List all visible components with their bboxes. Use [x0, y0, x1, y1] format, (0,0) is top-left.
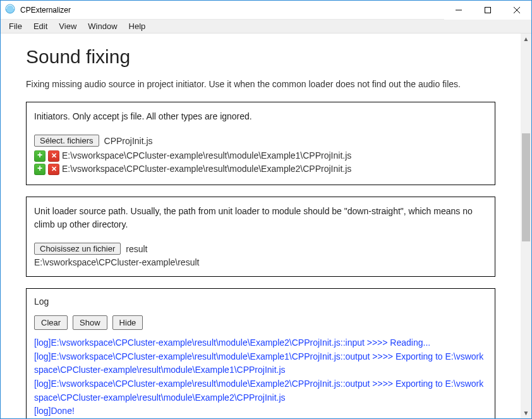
scroll-up-arrow[interactable]: ▲ — [521, 33, 531, 44]
delete-icon[interactable] — [48, 150, 59, 162]
minimize-button[interactable] — [444, 1, 473, 20]
close-button[interactable] — [502, 1, 531, 20]
scroll-down-arrow[interactable]: ▼ — [521, 408, 531, 418]
loader-chosen-label: result — [126, 244, 147, 254]
initiator-path: E:\vsworkspace\CPCluster-example\result\… — [62, 149, 351, 162]
add-icon[interactable] — [34, 164, 45, 175]
app-window: CPExternalizer File Edit View Window Hel… — [0, 0, 532, 419]
svg-rect-2 — [485, 7, 491, 13]
loader-chosen-path: E:\vsworkspace\CPCluster-example\result — [34, 257, 487, 267]
log-label: Log — [34, 296, 487, 307]
svg-line-3 — [514, 7, 520, 13]
app-icon — [5, 4, 15, 16]
maximize-button[interactable] — [473, 1, 502, 20]
content: Sound fixing Fixing missing audio source… — [1, 33, 521, 418]
menu-help[interactable]: Help — [123, 20, 152, 32]
log-entry: [log]E:\vsworkspace\CPCluster-example\re… — [34, 336, 487, 350]
initiator-path-row: E:\vsworkspace\CPCluster-example\result\… — [34, 162, 487, 176]
titlebar: CPExternalizer — [1, 1, 531, 20]
initiators-file-row: Sélect. fichiers CPProjInit.js — [34, 135, 487, 147]
menu-edit[interactable]: Edit — [28, 20, 53, 32]
panel-log: Log Clear Show Hide [log]E:\vsworkspace\… — [26, 288, 495, 418]
initiator-path: E:\vsworkspace\CPCluster-example\result\… — [62, 162, 351, 176]
client-area: Sound fixing Fixing missing audio source… — [1, 33, 531, 418]
log-entry: [log]E:\vsworkspace\CPCluster-example\re… — [34, 350, 487, 377]
log-clear-button[interactable]: Clear — [34, 315, 68, 330]
log-hide-button[interactable]: Hide — [112, 315, 143, 330]
log-show-button[interactable]: Show — [73, 315, 107, 330]
menu-view[interactable]: View — [53, 20, 82, 32]
initiator-path-row: E:\vsworkspace\CPCluster-example\result\… — [34, 149, 487, 162]
vertical-scrollbar[interactable]: ▲ ▼ — [521, 33, 531, 418]
page-subtitle: Fixing missing audio source in project i… — [26, 79, 495, 89]
page-title: Sound fixing — [26, 46, 495, 68]
loader-file-row: Choisissez un fichier result — [34, 243, 487, 255]
scrollbar-thumb[interactable] — [522, 133, 530, 241]
svg-line-4 — [514, 7, 520, 13]
selected-filename: CPProjInit.js — [104, 136, 153, 146]
log-entry: [log]Done! — [34, 404, 487, 418]
log-buttons: Clear Show Hide — [34, 315, 487, 330]
svg-point-0 — [6, 4, 15, 13]
add-icon[interactable] — [34, 150, 45, 162]
panel-initiators: Initiators. Only accept js file. All oth… — [26, 102, 495, 185]
log-entry: [log]E:\vsworkspace\CPCluster-example\re… — [34, 377, 487, 404]
select-files-button[interactable]: Sélect. fichiers — [34, 135, 99, 147]
choose-file-button[interactable]: Choisissez un fichier — [34, 243, 121, 255]
menu-window[interactable]: Window — [82, 20, 123, 32]
window-title: CPExternalizer — [20, 6, 71, 15]
delete-icon[interactable] — [48, 164, 59, 175]
panel-loader: Unit loader source path. Usually, the pa… — [26, 197, 495, 277]
initiators-desc: Initiators. Only accept js file. All oth… — [34, 110, 487, 123]
loader-desc: Unit loader source path. Usually, the pa… — [34, 205, 487, 231]
menubar: File Edit View Window Help — [1, 20, 531, 33]
menu-file[interactable]: File — [3, 20, 28, 32]
